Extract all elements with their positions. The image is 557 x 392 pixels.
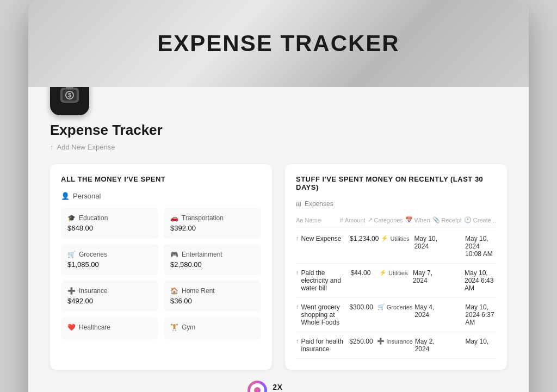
- education-icon: 🎓: [67, 214, 76, 222]
- expense-name-3: ↑ Paid for health insurance: [296, 338, 347, 353]
- left-panel: ALL THE MONEY I'VE SPENT 👤 Personal 🎓 Ed…: [50, 164, 272, 370]
- category-card-education[interactable]: 🎓 Education $648.00: [61, 208, 158, 239]
- home-icon: 🏠: [170, 287, 178, 295]
- arrow-icon: ↑: [296, 235, 299, 241]
- expense-name-1: ↑ Paid the electricity and water bill: [296, 269, 349, 292]
- footer-logo: 2X PLANNERS: [50, 370, 507, 392]
- expense-created-1: May 10, 2024 6:43 AM: [465, 269, 496, 292]
- app-name: Expense Tracker: [50, 122, 507, 139]
- expense-when-0: May 10, 2024: [414, 235, 440, 250]
- entertainment-icon: 🎮: [170, 251, 178, 258]
- expense-amount-2: $300.00: [349, 303, 375, 311]
- personal-label: 👤 Personal: [61, 192, 261, 200]
- add-new-label: Add New Expense: [57, 143, 115, 151]
- insurance-amount: $492.00: [67, 297, 152, 305]
- category-card-entertainment[interactable]: 🎮 Entertainment $2,580.00: [164, 244, 261, 275]
- arrow-icon: ↑: [296, 269, 299, 276]
- expense-category-1: ⚡ Utilities: [379, 269, 411, 276]
- col-amount: # Amount: [340, 216, 366, 223]
- transportation-amount: $392.00: [170, 224, 255, 232]
- table-row[interactable]: ↑ Paid the electricity and water bill $4…: [296, 264, 496, 298]
- expense-category-0: ⚡ Utilities: [381, 235, 412, 242]
- expense-name-0: ↑ New Expense: [296, 235, 348, 242]
- expense-when-3: May 2, 2024: [415, 338, 441, 353]
- category-title-groceries: 🛒 Groceries: [67, 251, 152, 258]
- expenses-label: ⊞ Expenses: [296, 200, 496, 208]
- category-title-education: 🎓 Education: [67, 214, 152, 222]
- expense-amount-0: $1,234.00: [350, 235, 379, 242]
- expense-name-2: ↑ Went grocery shopping at Whole Foods: [296, 303, 347, 326]
- transportation-icon: 🚗: [170, 214, 178, 222]
- entertainment-amount: $2,580.00: [170, 260, 255, 269]
- left-panel-title: ALL THE MONEY I'VE SPENT: [61, 175, 261, 183]
- device-frame: EXPENSE TRACKER $ Expense Tracker ↑ Add …: [28, 0, 529, 392]
- table-row[interactable]: ↑ New Expense $1,234.00 ⚡ Utilities May …: [296, 229, 496, 264]
- table-icon: ⊞: [296, 200, 301, 208]
- person-icon: 👤: [61, 192, 70, 200]
- expense-created-0: May 10, 2024 10:08 AM: [465, 235, 496, 258]
- logo-inner: [250, 383, 264, 392]
- page-title: EXPENSE TRACKER: [157, 30, 399, 57]
- arrow-icon: ↑: [296, 338, 299, 344]
- logo-circle: [247, 381, 267, 392]
- homerent-amount: $36.00: [170, 297, 255, 305]
- add-new-button[interactable]: ↑ Add New Expense: [50, 143, 507, 151]
- col-created: 🕐 Create...: [464, 216, 496, 223]
- expense-created-3: May 10,: [465, 338, 496, 345]
- category-card-gym[interactable]: 🏋️ Gym: [164, 317, 261, 340]
- gym-icon: 🏋️: [170, 323, 178, 331]
- groceries-amount: $1,085.00: [67, 260, 152, 269]
- category-title-insurance: ➕ Insurance: [67, 287, 152, 295]
- insurance-icon: ➕: [67, 287, 76, 295]
- main-grid: ALL THE MONEY I'VE SPENT 👤 Personal 🎓 Ed…: [50, 164, 507, 370]
- svg-text:$: $: [68, 92, 71, 98]
- category-card-groceries[interactable]: 🛒 Groceries $1,085.00: [61, 244, 158, 275]
- groceries-icon: 🛒: [67, 251, 76, 258]
- table-row[interactable]: ↑ Went grocery shopping at Whole Foods $…: [296, 298, 496, 332]
- expense-when-2: May 4, 2024: [414, 303, 440, 319]
- category-card-insurance[interactable]: ➕ Insurance $492.00: [61, 281, 158, 312]
- expense-category-3: ➕ Insurance: [377, 338, 412, 345]
- header-banner: EXPENSE TRACKER: [28, 0, 529, 87]
- col-name: Aa Name: [296, 216, 338, 223]
- table-row[interactable]: ↑ Paid for health insurance $250.00 ➕ In…: [296, 332, 496, 359]
- expense-amount-1: $44.00: [351, 269, 377, 277]
- table-header: Aa Name # Amount ↗ Categories 📅 When: [296, 213, 496, 227]
- category-card-transportation[interactable]: 🚗 Transportation $392.00: [164, 208, 261, 239]
- right-panel-title: STUFF I'VE SPENT MONEY ON RECENTLY (LAST…: [296, 175, 496, 191]
- category-card-healthcare[interactable]: ❤️ Healthcare: [61, 317, 158, 340]
- arrow-icon: ↑: [296, 303, 299, 310]
- category-card-homerent[interactable]: 🏠 Home Rent $36.00: [164, 281, 261, 312]
- category-title-entertainment: 🎮 Entertainment: [170, 251, 255, 258]
- healthcare-icon: ❤️: [67, 323, 76, 331]
- expense-category-2: 🛒 Groceries: [377, 303, 413, 310]
- category-title-gym: 🏋️ Gym: [170, 323, 255, 331]
- add-icon: ↑: [50, 143, 54, 151]
- category-title-healthcare: ❤️ Healthcare: [67, 323, 152, 331]
- category-title-homerent: 🏠 Home Rent: [170, 287, 255, 295]
- brand-name: 2X: [273, 383, 309, 391]
- col-when: 📅 When: [405, 216, 430, 223]
- category-title-transportation: 🚗 Transportation: [170, 214, 255, 222]
- expense-amount-3: $250.00: [349, 338, 375, 345]
- col-receipt: 📎 Receipt: [432, 216, 462, 223]
- education-amount: $648.00: [67, 224, 152, 232]
- category-grid: 🎓 Education $648.00 🚗 Transportation $39…: [61, 208, 261, 340]
- logo-text-block: 2X PLANNERS: [273, 383, 309, 392]
- col-categories: ↗ Categories: [368, 216, 403, 223]
- content-area: $ Expense Tracker ↑ Add New Expense ALL …: [28, 76, 529, 392]
- expense-created-2: May 10, 2024 6:37 AM: [465, 303, 496, 326]
- expense-when-1: May 7, 2024: [413, 269, 439, 284]
- right-panel: STUFF I'VE SPENT MONEY ON RECENTLY (LAST…: [285, 164, 507, 370]
- logo-dot: [254, 387, 261, 392]
